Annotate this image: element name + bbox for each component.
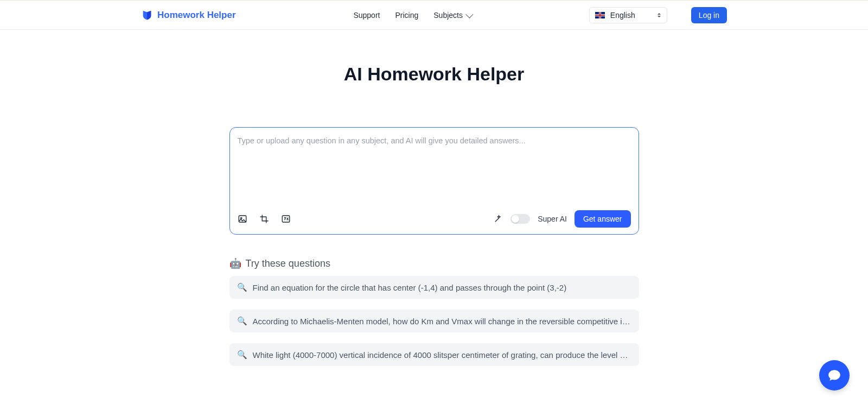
suggestion-text: White light (4000-7000) vertical inciden…	[253, 350, 631, 360]
submit-controls: Super AI Get answer	[493, 210, 630, 228]
brand[interactable]: Homework Helper	[141, 9, 236, 21]
chat-icon	[827, 368, 841, 382]
search-icon: 🔍	[237, 350, 247, 360]
nav-right: English Log in	[589, 7, 727, 23]
toggle-knob	[512, 215, 519, 223]
crop-icon[interactable]	[259, 214, 269, 224]
question-input-card: Super AI Get answer	[229, 127, 639, 235]
suggestions-title: Try these questions	[246, 258, 330, 269]
svg-rect-2	[282, 216, 290, 222]
suggestion-item[interactable]: 🔍 Find an equation for the circle that h…	[229, 276, 639, 299]
image-upload-icon[interactable]	[238, 214, 247, 224]
suggestions-header: 🤖 Try these questions	[229, 257, 639, 269]
input-controls: Super AI Get answer	[238, 210, 631, 228]
magic-wand-icon	[493, 214, 503, 224]
chat-widget-button[interactable]	[819, 360, 850, 391]
suggestion-item[interactable]: 🔍 According to Michaelis-Menten model, h…	[229, 310, 639, 332]
page-title: AI Homework Helper	[344, 64, 525, 85]
nav-pricing[interactable]: Pricing	[395, 11, 418, 20]
super-ai-toggle[interactable]	[510, 214, 530, 224]
main: AI Homework Helper	[0, 30, 868, 377]
suggestion-text: According to Michaelis-Menten model, how…	[253, 317, 631, 326]
input-tools	[238, 214, 291, 224]
language-select[interactable]: English	[589, 7, 667, 23]
search-icon: 🔍	[237, 282, 247, 292]
nav-center: Support Pricing Subjects	[353, 11, 471, 20]
get-answer-button[interactable]: Get answer	[575, 210, 631, 228]
suggestion-text: Find an equation for the circle that has…	[253, 283, 567, 292]
suggestion-item[interactable]: 🔍 White light (4000-7000) vertical incid…	[229, 343, 639, 366]
brand-name: Homework Helper	[157, 10, 236, 21]
robot-emoji-icon: 🤖	[229, 257, 241, 269]
select-arrows-icon	[657, 13, 661, 17]
suggestions-section: 🤖 Try these questions 🔍 Find an equation…	[229, 257, 639, 377]
language-label: English	[610, 11, 652, 20]
search-icon: 🔍	[237, 316, 247, 326]
formula-icon[interactable]	[281, 214, 291, 224]
question-input[interactable]	[238, 136, 631, 208]
uk-flag-icon	[595, 12, 605, 18]
nav-subjects-dropdown[interactable]: Subjects	[433, 11, 471, 20]
nav-support[interactable]: Support	[353, 11, 380, 20]
nav-subjects-label: Subjects	[433, 11, 463, 20]
navbar: Homework Helper Support Pricing Subjects…	[0, 0, 868, 30]
login-button[interactable]: Log in	[691, 7, 727, 23]
svg-point-1	[240, 217, 241, 218]
super-ai-label: Super AI	[538, 215, 567, 223]
chevron-down-icon	[465, 10, 473, 18]
logo-icon	[141, 9, 153, 21]
